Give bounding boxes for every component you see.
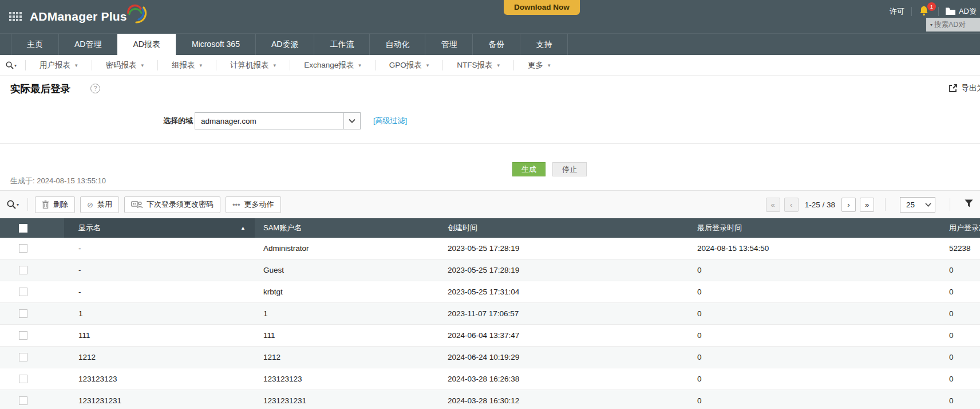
pagination-next-button[interactable]: › (841, 198, 856, 212)
export-as-button[interactable]: 导出为 (949, 83, 980, 93)
table-row[interactable]: 1212 1212 2024-06-24 10:19:29 0 0 (0, 347, 980, 368)
subnav-group-reports[interactable]: 组报表▾ (157, 60, 216, 70)
help-icon[interactable]: ? (90, 84, 100, 93)
ad-explorer-label: AD资 (959, 6, 977, 17)
column-header-created[interactable]: 创建时间 (441, 218, 693, 238)
row-checkbox[interactable] (19, 309, 27, 318)
topbar-search[interactable]: ▾ (926, 18, 980, 32)
tab-workflow[interactable]: 工作流 (314, 34, 370, 55)
subnav-user-reports[interactable]: 用户报表▾ (25, 60, 92, 70)
cell-created: 2023-05-25 17:31:04 (448, 288, 519, 296)
column-header-sam-account[interactable]: SAM账户名 (255, 218, 441, 238)
more-dots-icon: ••• (232, 200, 240, 209)
more-actions-button[interactable]: ••• 更多动作 (226, 196, 281, 213)
delete-button[interactable]: 删除 (35, 196, 75, 213)
table-row[interactable]: 111 111 2024-06-04 13:37:47 0 0 (0, 325, 980, 347)
export-icon (949, 84, 958, 93)
tab-label: 自动化 (385, 40, 409, 49)
subnav-label: 密码报表 (106, 60, 137, 70)
topbar-right: 许可 1 AD资 (890, 5, 977, 18)
filter-funnel-icon[interactable] (965, 199, 973, 210)
table-row[interactable]: 1231231231 1231231231 2024-03-28 16:30:1… (0, 390, 980, 409)
cell-display-name: 111 (78, 331, 90, 340)
tab-home[interactable]: 主页 (11, 34, 59, 55)
row-checkbox[interactable] (19, 375, 27, 383)
report-search-icon[interactable]: ▾ (0, 61, 25, 69)
cell-sam: Administrator (263, 244, 309, 253)
page-title: 实际最后登录 (10, 82, 70, 96)
password-card-icon (131, 200, 143, 209)
app-logo[interactable]: ADManager Plus (30, 10, 127, 23)
disable-button[interactable]: ⊘ 禁用 (80, 196, 119, 213)
tab-ad-delegation[interactable]: AD委派 (256, 34, 314, 55)
cell-logon-count: 0 (949, 331, 954, 340)
column-header-logon-count[interactable]: 用户登录次数 (945, 218, 980, 238)
table-row[interactable]: - Administrator 2023-05-25 17:28:19 2024… (0, 238, 980, 259)
cell-sam: 1231231231 (263, 396, 306, 405)
select-all-checkbox[interactable] (19, 224, 27, 233)
row-checkbox[interactable] (19, 353, 27, 361)
cell-logon-count: 0 (949, 375, 954, 383)
pagination-prev-button[interactable]: ‹ (784, 198, 799, 212)
cell-sam: 1 (263, 309, 268, 318)
chevron-down-icon: ▾ (14, 63, 17, 68)
license-link[interactable]: 许可 (890, 6, 904, 17)
table-row[interactable]: 123123123 123123123 2024-03-28 16:26:38 … (0, 368, 980, 390)
apps-grid-icon[interactable] (9, 12, 22, 21)
subnav-more[interactable]: 更多▾ (513, 60, 564, 70)
tab-label: Microsoft 365 (192, 40, 240, 49)
download-now-button[interactable]: Download Now (504, 0, 580, 15)
subnav-ntfs-reports[interactable]: NTFS报表▾ (442, 60, 513, 70)
app-root: ADManager Plus Download Now 许可 1 AD资 (0, 0, 980, 409)
cell-display-name: 1212 (78, 353, 96, 361)
divider (911, 7, 912, 16)
subnav-computer-reports[interactable]: 计算机报表▾ (216, 60, 290, 70)
tab-backup[interactable]: 备份 (473, 34, 520, 55)
subnav-gpo-reports[interactable]: GPO报表▾ (375, 60, 443, 70)
actions-section: 生成 停止 生成于: 2024-08-15 13:55:10 (0, 143, 980, 190)
tab-support[interactable]: 支持 (520, 34, 568, 55)
table-search-icon[interactable]: ▾ (7, 200, 21, 209)
ad-object-search-input[interactable] (934, 21, 980, 29)
domain-select[interactable]: admanager.com (195, 112, 361, 129)
column-header-display-name[interactable]: 显示名 ▲ (64, 218, 255, 238)
tab-microsoft-365[interactable]: Microsoft 365 (176, 34, 256, 55)
cell-created: 2024-06-24 10:19:29 (448, 353, 519, 361)
row-checkbox[interactable] (19, 396, 27, 405)
folder-icon (946, 7, 955, 15)
table-row[interactable]: - krbtgt 2023-05-25 17:31:04 0 0 (0, 281, 980, 303)
delete-label: 删除 (53, 199, 68, 210)
chevron-down-icon: ▾ (930, 22, 932, 27)
ban-icon: ⊘ (87, 200, 93, 209)
table-row[interactable]: - Guest 2023-05-25 17:28:19 0 0 (0, 259, 980, 281)
generate-button[interactable]: 生成 (512, 162, 546, 176)
cell-last-logon: 0 (697, 375, 702, 383)
divider (885, 198, 886, 211)
tab-admin[interactable]: 管理 (425, 34, 473, 55)
notifications-bell-icon[interactable]: 1 (919, 6, 931, 17)
change-password-next-logon-button[interactable]: 下次登录须更改密码 (124, 196, 220, 213)
ad-explorer-link[interactable]: AD资 (946, 6, 977, 17)
cell-created: 2024-03-28 16:26:38 (448, 375, 519, 383)
subnav-password-reports[interactable]: 密码报表▾ (92, 60, 158, 70)
subnav-label: Exchange报表 (304, 60, 354, 70)
page-size-select[interactable]: 25 (900, 197, 935, 213)
column-label: 创建时间 (448, 223, 477, 233)
pagination-first-button[interactable]: « (766, 198, 780, 212)
pagination-last-button[interactable]: » (860, 198, 874, 212)
subnav-exchange-reports[interactable]: Exchange报表▾ (290, 60, 375, 70)
stop-button[interactable]: 停止 (552, 162, 587, 176)
chevron-down-icon: ▾ (426, 62, 429, 68)
row-checkbox[interactable] (19, 244, 27, 253)
cell-display-name: - (78, 288, 81, 296)
row-checkbox[interactable] (19, 288, 27, 296)
column-header-last-logon[interactable]: 最后登录时间 (693, 218, 945, 238)
tab-ad-management[interactable]: AD管理 (59, 34, 117, 55)
row-checkbox[interactable] (19, 331, 27, 340)
advanced-filter-link[interactable]: [高级过滤] (373, 112, 407, 129)
chevron-down-icon: ▾ (358, 62, 361, 68)
tab-automation[interactable]: 自动化 (370, 34, 425, 55)
table-row[interactable]: 1 1 2023-11-07 17:06:57 0 0 (0, 303, 980, 325)
row-checkbox[interactable] (19, 266, 27, 274)
tab-ad-reports[interactable]: AD报表 (117, 34, 176, 55)
